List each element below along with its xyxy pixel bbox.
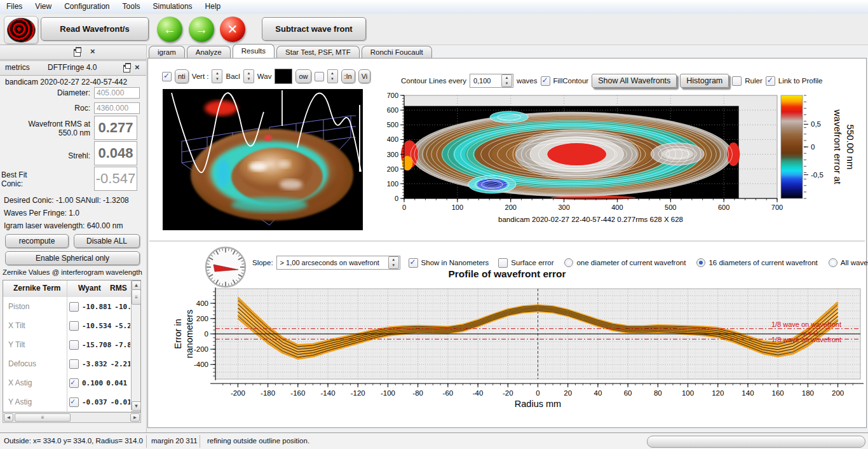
- profile-x-tick-label: -160: [290, 389, 305, 397]
- slope-combobox[interactable]: > 1,00 arcseconds on wavefront ▲▼: [276, 256, 400, 270]
- menu-bar: FilesViewConfigurationToolsSimulationsHe…: [0, 0, 868, 15]
- all-wavefronts-radio[interactable]: [829, 258, 837, 267]
- contour-y-tick-label: 500: [387, 121, 398, 128]
- vscroll-thumb[interactable]: ≡: [132, 289, 141, 305]
- prev-wavefront-button[interactable]: ←: [157, 17, 182, 42]
- profile-plot[interactable]: 1/8 wave on wavefronty = 01/8 wave on wa…: [166, 282, 866, 417]
- delete-wavefront-button[interactable]: ✕: [220, 17, 245, 42]
- zernike-enable-checkbox[interactable]: [69, 359, 79, 369]
- zernike-hscrollbar[interactable]: ◄ ≡ ►: [3, 412, 141, 423]
- status-message: refining outside outline position.: [207, 437, 309, 445]
- zernike-row-piston: Piston-10.881-10.: [3, 297, 131, 317]
- surface3d-plot[interactable]: [163, 89, 363, 230]
- profile-x-tick-label: 60: [624, 389, 632, 397]
- zernike-row-y-tilt: Y Tilt-15.708-7.8: [3, 335, 131, 355]
- main-toolbar: Read Wavefront/s ← → ✕ Subtract wave fro…: [0, 14, 868, 45]
- zernike-vscrollbar[interactable]: ▲ ≡ ▼: [131, 280, 140, 410]
- float-window-icon[interactable]: [74, 49, 81, 57]
- tab-analyze[interactable]: Analyze: [187, 46, 231, 58]
- roc-field[interactable]: 4360.000: [94, 102, 140, 114]
- metrics-titlebar: metrics DFTFringe 4.0 ×: [0, 60, 146, 76]
- profile-x-tick-label: 80: [654, 389, 662, 397]
- vert-spinner[interactable]: ▲▼: [212, 69, 222, 83]
- menu-tools[interactable]: Tools: [116, 0, 147, 14]
- contour-x-tick-label: 500: [665, 204, 676, 211]
- tab-ronchi-foucault[interactable]: Ronchi Foucault: [362, 46, 432, 58]
- tab-igram[interactable]: igram: [149, 46, 185, 58]
- disable-all-button[interactable]: Disable ALL: [74, 234, 140, 248]
- read-wavefronts-button[interactable]: Read Wavefront/s: [41, 17, 149, 41]
- all-wavefronts-label: All wavefronts: [841, 259, 868, 266]
- zernike-enable-checkbox[interactable]: [69, 378, 79, 388]
- zernike-enable-checkbox[interactable]: [69, 340, 79, 350]
- menu-view[interactable]: View: [29, 0, 58, 14]
- annotation-eighth-wave-lower: 1/8 wave on wavefront: [771, 336, 841, 343]
- scroll-left-icon[interactable]: ◄: [4, 413, 13, 422]
- contour-interval-spinbox[interactable]: 0,100 ▲▼: [470, 74, 513, 88]
- colorbar-tick-label: 0: [811, 143, 815, 151]
- scroll-up-icon[interactable]: ▲: [132, 280, 141, 290]
- zernike-enable-checkbox[interactable]: [69, 302, 79, 312]
- view-button[interactable]: Vi: [358, 69, 371, 83]
- scroll-down-icon[interactable]: ▼: [132, 401, 141, 411]
- interferogram-button[interactable]: [4, 16, 38, 44]
- ruler-checkbox[interactable]: [732, 76, 742, 86]
- diameter-field[interactable]: 405.000: [94, 87, 140, 99]
- menu-files[interactable]: Files: [0, 0, 29, 14]
- menu-simulations[interactable]: Simulations: [147, 0, 199, 14]
- col-rms: RMS: [110, 284, 127, 293]
- background-color-swatch[interactable]: [275, 69, 292, 84]
- zoom-in-button[interactable]: :In: [341, 69, 355, 83]
- zernike-enable-checkbox[interactable]: [69, 321, 79, 331]
- strehl-label: Strehl:: [0, 151, 90, 160]
- tab-results[interactable]: Results: [233, 44, 275, 58]
- zernike-enable-checkbox[interactable]: [69, 397, 79, 407]
- sixteen-diameters-radio[interactable]: [696, 258, 705, 267]
- metrics-title: metrics: [5, 63, 30, 72]
- app-title: DFTFringe 4.0: [48, 63, 97, 72]
- float-window-icon[interactable]: [123, 65, 130, 73]
- wave-label: Wav: [257, 73, 272, 80]
- profile-toolbar: Slope: > 1,00 arcseconds on wavefront ▲▼…: [252, 256, 868, 270]
- tab-star-test-psf-mtf[interactable]: Star Test, PSF, MTF: [276, 46, 360, 58]
- slope-label: Slope:: [252, 259, 273, 266]
- back-spinner[interactable]: ▲▼: [243, 69, 254, 83]
- fillcontour-checkbox[interactable]: [541, 76, 550, 86]
- show-nanometers-label: Show in Nanometers: [421, 259, 489, 266]
- surface3d-spinner[interactable]: ▲▼: [327, 69, 338, 83]
- ruler-label: Ruler: [745, 77, 762, 85]
- subtract-wavefront-button[interactable]: Subtract wave front: [262, 17, 366, 41]
- contour-y-tick-label: 300: [387, 151, 398, 158]
- surface-error-checkbox[interactable]: [498, 258, 508, 268]
- close-icon[interactable]: ×: [135, 64, 140, 71]
- surface-error-label: Surface error: [511, 259, 553, 266]
- profile-x-tick-label: -60: [443, 389, 454, 397]
- surface3d-checkbox[interactable]: [162, 72, 172, 81]
- hscroll-thumb[interactable]: ≡: [15, 413, 71, 422]
- link-to-profile-checkbox[interactable]: [766, 76, 775, 86]
- histogram-button[interactable]: Histogram: [680, 74, 729, 88]
- status-outside: Outside: x= 334.0 y= 334.0, Radius= 314.…: [4, 437, 143, 445]
- contour-lines-label: Contour Lines every: [401, 77, 466, 85]
- contour-y-tick-label: 200: [387, 165, 398, 173]
- next-wavefront-button[interactable]: →: [189, 17, 214, 42]
- recompute-button[interactable]: recompute: [5, 234, 69, 248]
- one-diameter-radio[interactable]: [564, 258, 573, 267]
- surface3d-checkbox-2[interactable]: [315, 72, 324, 81]
- close-icon[interactable]: ×: [90, 48, 95, 55]
- menu-help[interactable]: Help: [199, 0, 227, 14]
- anti-alias-button[interactable]: nti: [175, 69, 189, 83]
- status-bar: Outside: x= 334.0 y= 334.0, Radius= 314.…: [0, 432, 868, 449]
- scroll-right-icon[interactable]: ►: [130, 413, 140, 422]
- contour-plot[interactable]: 0010010020020030030040040050050060060070…: [382, 90, 866, 237]
- status-margin: margin 20 311: [151, 437, 198, 445]
- show-nanometers-checkbox[interactable]: [409, 258, 418, 268]
- menu-configuration[interactable]: Configuration: [58, 0, 116, 14]
- interval-spinner-icon[interactable]: ▲▼: [501, 74, 512, 87]
- show-button[interactable]: ow: [295, 69, 311, 83]
- zernike-wyant-value: -10.881: [82, 303, 111, 311]
- enable-spherical-button[interactable]: Enable Spherical only: [5, 251, 140, 265]
- colorbar-tick-label: -0,5: [811, 171, 824, 179]
- slope-spinner-icon[interactable]: ▲▼: [388, 256, 399, 269]
- show-all-wavefronts-button[interactable]: Show All Wavefronts: [592, 74, 677, 88]
